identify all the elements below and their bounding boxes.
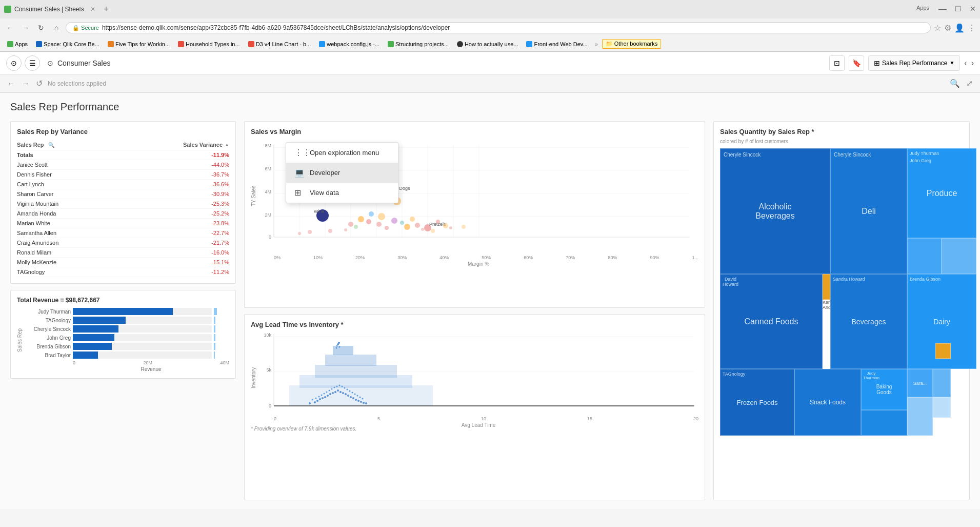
browser-tab: Consumer Sales | Sheets bbox=[14, 6, 84, 13]
extensions-icon[interactable]: ⚙ bbox=[944, 23, 951, 33]
tm-deli[interactable]: Cheryle Sincock Deli bbox=[830, 148, 907, 274]
bookmark-household[interactable]: Household Types in... bbox=[175, 40, 243, 48]
url-bar[interactable]: 🔒 Secure https://sense-demo.qlik.com/sen… bbox=[66, 22, 931, 33]
maximize-btn[interactable]: ☐ bbox=[955, 5, 962, 14]
bookmark-apps[interactable]: Apps bbox=[4, 40, 31, 48]
title-bar: Consumer Sales | Sheets ✕ + Apps — ☐ ✕ bbox=[0, 0, 980, 18]
bookmarks-bar: Apps Space: Qlik Core Be... Five Tips fo… bbox=[0, 37, 980, 51]
svg-point-44 bbox=[298, 232, 301, 235]
lead-time-svg: 10k 5k 0 bbox=[258, 331, 698, 414]
bookmark-d3[interactable]: D3 v4 Line Chart - b... bbox=[245, 40, 314, 48]
svg-point-31 bbox=[391, 218, 397, 224]
app-back-btn[interactable]: ⊙ bbox=[6, 55, 22, 71]
svg-point-36 bbox=[400, 221, 404, 225]
revenue-bar-row: Brenda Gibson bbox=[25, 343, 229, 350]
sheet-dropdown-icon: ▼ bbox=[949, 60, 954, 66]
treemap-container: Cheryle Sincock AlcoholicBeverages Chery… bbox=[720, 148, 963, 395]
variance-row: Sharon Carver-30.9% bbox=[17, 189, 229, 199]
no-selection-text: No selections applied bbox=[48, 80, 106, 87]
menu-exploration[interactable]: ⋮⋮ Open exploration menu bbox=[286, 143, 398, 163]
svg-point-38 bbox=[404, 224, 410, 230]
variance-row: Samantha Allen-22.7% bbox=[17, 228, 229, 238]
refresh-button[interactable]: ↻ bbox=[35, 22, 47, 34]
bookmark-webpack[interactable]: webpack.config.js -... bbox=[316, 40, 383, 48]
view-data-icon: ⊞ bbox=[294, 188, 305, 198]
sel-clear-btn[interactable]: ↺ bbox=[35, 77, 44, 89]
more-bookmarks-btn[interactable]: » bbox=[595, 41, 598, 47]
back-button[interactable]: ← bbox=[4, 22, 16, 34]
tm-snack[interactable]: Snack Foods bbox=[794, 369, 861, 436]
user-icon[interactable]: 👤 bbox=[954, 23, 965, 33]
menu-icon[interactable]: ⋮ bbox=[968, 23, 976, 33]
tm-alcoholic[interactable]: Cheryle Sincock AlcoholicBeverages bbox=[720, 148, 830, 274]
rep-search-icon[interactable]: 🔍 bbox=[48, 142, 54, 148]
variance-row: Amanda Honda-25.2% bbox=[17, 209, 229, 219]
tm-orange-dairy bbox=[935, 343, 951, 359]
tm-rep-cheryle-2: Cheryle Sincock bbox=[834, 152, 871, 158]
tm-frozen[interactable]: TAGnology Frozen Foods bbox=[720, 369, 794, 436]
variance-row: Cart Lynch-36.6% bbox=[17, 180, 229, 189]
svg-point-41 bbox=[436, 220, 440, 224]
svg-rect-108 bbox=[325, 355, 376, 366]
sheet-selector[interactable]: ⊞ Sales Rep Performance ▼ bbox=[868, 55, 960, 71]
tm-rep-tagnology: TAGnology bbox=[723, 372, 745, 377]
tm-sara[interactable]: Sara... bbox=[907, 369, 933, 397]
bookmark-frontend[interactable]: Front-end Web Dev... bbox=[523, 40, 590, 48]
svg-point-47 bbox=[421, 228, 424, 231]
tm-beverages[interactable]: Sandra Howard Beverages bbox=[830, 274, 907, 369]
middle-column: Sales vs Margin ⋮⋮ Open exploration menu… bbox=[244, 121, 705, 500]
tm-label-alcoholic: AlcoholicBeverages bbox=[755, 202, 795, 221]
svg-text:Wine: Wine bbox=[314, 209, 325, 214]
tm-label-snack: Snack Foods bbox=[810, 399, 846, 406]
present-btn[interactable]: ⊡ bbox=[829, 55, 845, 71]
tm-rep-judy: Judy Thurman bbox=[910, 151, 939, 156]
expand-btn[interactable]: ⤢ bbox=[965, 77, 974, 89]
menu-view-data[interactable]: ⊞ View data bbox=[286, 183, 398, 203]
svg-point-50 bbox=[462, 225, 466, 229]
new-tab-btn[interactable]: + bbox=[104, 4, 109, 15]
variance-row: TAGnology-11.2% bbox=[17, 267, 229, 277]
variance-row: Marian White-23.8% bbox=[17, 219, 229, 228]
variance-title: Sales Rep by Variance bbox=[17, 128, 229, 135]
tm-rep-david: DavidHoward bbox=[723, 277, 738, 287]
context-menu: ⋮⋮ Open exploration menu 💻 Developer ⊞ V… bbox=[286, 142, 398, 203]
search-btn[interactable]: 🔍 bbox=[949, 77, 961, 89]
bookmark-other[interactable]: 📁 Other bookmarks bbox=[602, 39, 661, 49]
tm-produce[interactable]: Judy Thurman John Greg Produce bbox=[907, 148, 976, 238]
forward-button[interactable]: → bbox=[19, 22, 32, 34]
developer-icon: 💻 bbox=[294, 168, 305, 178]
tab-close-btn[interactable]: ✕ bbox=[90, 6, 95, 13]
lead-time-y-label: Inventory bbox=[251, 331, 256, 424]
menu-developer[interactable]: 💻 Developer bbox=[286, 163, 398, 183]
home-button[interactable]: ⌂ bbox=[50, 22, 63, 34]
bookmark-five-tips[interactable]: Five Tips for Workin... bbox=[105, 40, 173, 48]
tm-canned[interactable]: DavidHoward Canned Foods bbox=[720, 274, 823, 369]
prev-sheet-btn[interactable]: ‹ bbox=[964, 58, 967, 68]
bookmark-btn[interactable]: 🔖 bbox=[849, 55, 864, 71]
tm-label-dairy: Dairy bbox=[933, 318, 950, 326]
star-icon[interactable]: ☆ bbox=[934, 23, 941, 33]
right-column: Sales Quantity by Sales Rep * colored by… bbox=[713, 121, 970, 500]
col-variance-label: Sales Variance ▲ bbox=[183, 142, 229, 148]
app-list-btn[interactable]: ☰ bbox=[25, 55, 40, 71]
tm-baking[interactable]: JudyThurman BakingGoods bbox=[861, 369, 907, 410]
exploration-icon: ⋮⋮ bbox=[294, 148, 305, 158]
header-right: ⊡ 🔖 ⊞ Sales Rep Performance ▼ ‹ › bbox=[829, 55, 974, 71]
close-btn[interactable]: ✕ bbox=[970, 5, 976, 14]
minimize-btn[interactable]: — bbox=[938, 5, 947, 14]
scatter-y-label: TY Sales bbox=[251, 140, 256, 252]
sel-back-btn[interactable]: ← bbox=[6, 78, 16, 89]
sel-forward-btn[interactable]: → bbox=[21, 78, 31, 89]
revenue-bar-row: Cheryle Sincock bbox=[25, 325, 229, 333]
bookmark-github[interactable]: How to actually use... bbox=[454, 40, 522, 48]
bookmark-qlik-core[interactable]: Space: Qlik Core Be... bbox=[33, 40, 103, 48]
variance-row: Totals-11.9% bbox=[17, 150, 229, 160]
treemap-widget: Sales Quantity by Sales Rep * colored by… bbox=[713, 121, 970, 500]
next-sheet-btn[interactable]: › bbox=[971, 58, 974, 68]
bookmark-structuring[interactable]: Structuring projects... bbox=[385, 40, 452, 48]
svg-point-37 bbox=[415, 223, 420, 228]
revenue-bar-row: John Greg bbox=[25, 334, 229, 341]
developer-label: Developer bbox=[310, 169, 340, 177]
exploration-label: Open exploration menu bbox=[310, 149, 379, 157]
browser-frame: Consumer Sales | Sheets ✕ + Apps — ☐ ✕ ←… bbox=[0, 0, 980, 52]
